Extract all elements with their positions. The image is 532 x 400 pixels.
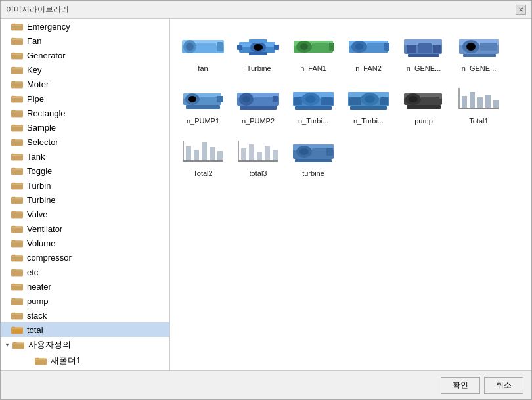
icon-item-nfan1[interactable]: n_FAN1 [287, 26, 340, 76]
sidebar-item-compressor[interactable]: compressor [1, 250, 169, 265]
svg-rect-216 [459, 108, 499, 109]
icon-item-ngene2[interactable]: n_GENE... [453, 26, 505, 76]
sidebar-label-turbin: Turbin [27, 181, 51, 190]
svg-rect-95 [12, 241, 22, 242]
folder-icon-generator [11, 50, 24, 60]
svg-point-147 [186, 43, 194, 51]
folder-icon-volume [11, 238, 24, 248]
icon-item-total1[interactable]: Total1 [453, 78, 505, 128]
folder-icon-rectangle [11, 108, 24, 118]
icon-item-nfan2[interactable]: n_FAN2 [342, 26, 395, 76]
svg-rect-154 [237, 45, 242, 50]
sidebar-item-moter[interactable]: Moter [1, 77, 169, 91]
icon-item-npump1[interactable]: n_PUMP1 [177, 78, 229, 128]
svg-rect-186 [200, 97, 219, 102]
svg-rect-217 [462, 96, 467, 108]
sidebar-label-turbine: Turbine [27, 195, 56, 205]
sidebar-label-rectangle: Rectangle [27, 108, 66, 118]
icon-item-total2[interactable]: Total2 [177, 131, 229, 181]
sidebar-item-heater[interactable]: heater [1, 279, 169, 294]
sidebar-label-pipe: Pipe [27, 94, 44, 104]
folder-icon-etc [11, 267, 24, 277]
sidebar-item-turbin[interactable]: Turbin [1, 178, 169, 192]
sidebar-item-turbine[interactable]: Turbine [1, 192, 169, 207]
sidebar-item-etc[interactable]: etc [1, 265, 169, 279]
svg-rect-225 [194, 150, 199, 160]
svg-rect-208 [380, 97, 388, 105]
sidebar-item-new-folder1[interactable]: 새폴더1 [1, 353, 169, 368]
sidebar-label-tank: Tank [27, 152, 45, 162]
sidebar-label-ventilator: Ventilator [27, 224, 62, 234]
sidebar-item-total[interactable]: total [1, 322, 169, 337]
svg-rect-156 [249, 39, 267, 43]
sidebar-label-emergency: Emergency [27, 22, 70, 32]
sidebar-item-volume[interactable]: Volume [1, 236, 169, 250]
folder-icon-stack [11, 310, 24, 321]
icon-label-ngene1: n_GENE... [407, 64, 441, 72]
svg-point-161 [300, 43, 308, 50]
svg-rect-231 [241, 148, 246, 160]
svg-rect-226 [202, 142, 207, 160]
icon-label-npump2: n_PUMP2 [242, 117, 275, 125]
svg-rect-180 [480, 43, 497, 51]
icon-thumb-npump2 [236, 83, 280, 116]
main-panel: fan iTurbine n_FAN1 [170, 19, 531, 370]
svg-point-207 [365, 95, 375, 103]
svg-rect-53 [12, 140, 22, 141]
svg-rect-214 [421, 97, 439, 102]
svg-rect-232 [249, 144, 254, 160]
icon-item-ngene1[interactable]: n_GENE... [397, 26, 450, 76]
folder-icon-pipe [11, 93, 24, 104]
sidebar-item-emergency[interactable]: Emergency [1, 19, 169, 33]
svg-rect-41 [12, 111, 22, 112]
svg-rect-242 [326, 148, 333, 156]
sidebar-item-generator[interactable]: Generator [1, 48, 169, 62]
svg-rect-209 [350, 106, 387, 110]
close-button[interactable]: ✕ [516, 5, 526, 15]
sidebar-label-toggle: Toggle [27, 166, 52, 176]
sidebar-item-sample[interactable]: Sample [1, 120, 169, 135]
sidebar-item-valve[interactable]: Valve [1, 207, 169, 221]
svg-rect-243 [295, 159, 332, 162]
svg-point-240 [299, 148, 309, 155]
icon-item-nturbi1[interactable]: n_Turbi... [287, 78, 340, 128]
icon-item-turbine[interactable]: turbine [287, 131, 340, 181]
confirm-button[interactable]: 확인 [441, 377, 480, 394]
sidebar-item-stack[interactable]: stack [1, 308, 169, 322]
icon-item-total3[interactable]: total3 [232, 131, 284, 181]
icon-label-nfan1: n_FAN1 [300, 64, 326, 72]
sidebar-item-pipe[interactable]: Pipe [1, 91, 169, 106]
svg-rect-101 [12, 256, 22, 257]
svg-rect-227 [210, 147, 215, 160]
folder-icon-user-defined [12, 340, 26, 350]
icon-item-fan[interactable]: fan [177, 26, 229, 76]
folder-icon-compressor [11, 252, 24, 263]
sidebar-item-user-defined[interactable]: ▼ 사용자정의 [1, 337, 169, 353]
sidebar-item-key[interactable]: Key [1, 62, 169, 77]
folder-icon-ventilator [11, 223, 24, 234]
sidebar-label-valve: Valve [27, 210, 48, 219]
svg-rect-202 [295, 106, 332, 110]
svg-rect-137 [13, 343, 24, 344]
svg-rect-149 [217, 42, 223, 51]
sidebar-label-generator: Generator [27, 51, 66, 60]
sidebar-item-selector[interactable]: Selector [1, 135, 169, 149]
image-library-dialog: 이미지라이브러리 ✕ Emergency [0, 0, 532, 400]
svg-point-153 [254, 44, 263, 51]
sidebar-item-fan[interactable]: Fan [1, 33, 169, 48]
svg-rect-11 [12, 39, 22, 40]
sidebar-item-pump[interactable]: pump [1, 294, 169, 308]
folder-icon-total [11, 324, 24, 335]
sidebar-item-rectangle[interactable]: Rectangle [1, 106, 169, 120]
sidebar-item-toggle[interactable]: Toggle [1, 164, 169, 178]
svg-rect-168 [367, 43, 387, 50]
sidebar-item-ventilator[interactable]: Ventilator [1, 221, 169, 236]
icon-item-npump2[interactable]: n_PUMP2 [232, 78, 284, 128]
icon-item-nturbi2[interactable]: n_Turbi... [342, 78, 395, 128]
svg-rect-125 [12, 313, 22, 315]
sidebar-item-tank[interactable]: Tank [1, 149, 169, 164]
icon-item-iturbine[interactable]: iTurbine [232, 26, 284, 76]
icon-item-pump[interactable]: pump [397, 78, 450, 128]
cancel-button[interactable]: 취소 [484, 377, 523, 394]
expand-arrow-user-defined[interactable]: ▼ [3, 341, 11, 349]
